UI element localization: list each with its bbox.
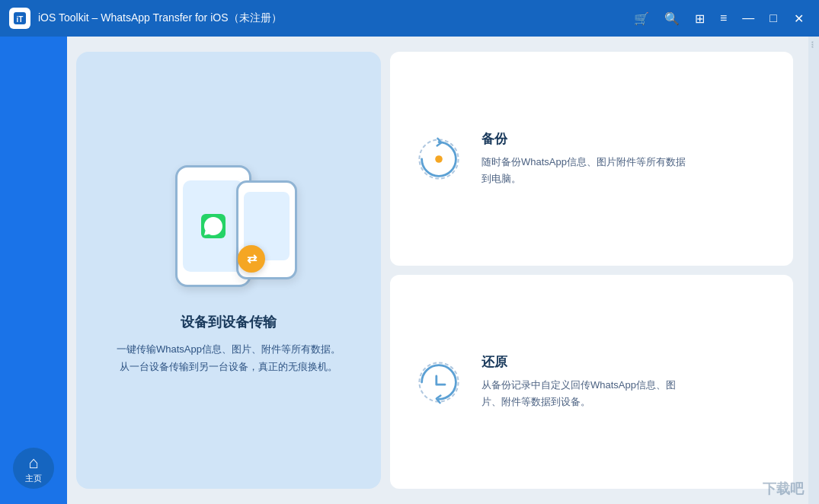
backup-icon-wrap (411, 132, 466, 187)
window-controls: 🛒 🔍 ⊞ ≡ — □ ✕ (629, 8, 810, 29)
home-icon: ⌂ (28, 453, 38, 473)
sidebar-item-home[interactable]: ⌂ 主页 (13, 448, 54, 489)
transfer-title: 设备到设备传输 (181, 313, 277, 331)
restore-text: 还原 从备份记录中自定义回传WhatsApp信息、图片、附件等数据到设备。 (481, 353, 772, 410)
screen-button[interactable]: ⊞ (690, 8, 709, 29)
right-panels: 备份 随时备份WhatsApp信息、图片附件等所有数据到电脑。 (390, 52, 793, 489)
backup-panel[interactable]: 备份 随时备份WhatsApp信息、图片附件等所有数据到电脑。 (390, 52, 793, 266)
sidebar-home-label: 主页 (25, 473, 42, 484)
backup-desc: 随时备份WhatsApp信息、图片附件等所有数据到电脑。 (481, 154, 772, 187)
titlebar: iT iOS Toolkit – WhatsApp Transfer for i… (0, 0, 819, 37)
backup-title: 备份 (481, 130, 772, 148)
transfer-arrow-icon: ⇄ (238, 245, 265, 273)
svg-point-4 (435, 155, 443, 163)
svg-text:iT: iT (17, 15, 24, 24)
search-button[interactable]: 🔍 (660, 8, 684, 29)
phone-screen (183, 180, 244, 272)
restore-desc: 从备份记录中自定义回传WhatsApp信息、图片、附件等数据到设备。 (481, 377, 772, 410)
app-logo: iT (9, 8, 30, 29)
content-area: ⇄ 设备到设备传输 一键传输WhatsApp信息、图片、附件等所有数据。从一台设… (67, 37, 808, 504)
sidebar: ⌂ 主页 (0, 37, 67, 504)
backup-text: 备份 随时备份WhatsApp信息、图片附件等所有数据到电脑。 (481, 130, 772, 187)
app-title: iOS Toolkit – WhatsApp Transfer for iOS（… (38, 11, 622, 25)
main-area: ⌂ 主页 ⇄ (0, 37, 819, 504)
device-transfer-panel[interactable]: ⇄ 设备到设备传输 一键传输WhatsApp信息、图片、附件等所有数据。从一台设… (76, 52, 381, 489)
restore-button[interactable]: □ (765, 8, 782, 28)
transfer-description: 一键传输WhatsApp信息、图片、附件等所有数据。从一台设备传输到另一台设备，… (117, 340, 341, 376)
minimize-button[interactable]: — (737, 8, 759, 28)
phone-illustration: ⇄ (152, 158, 305, 295)
cart-button[interactable]: 🛒 (629, 8, 654, 29)
menu-button[interactable]: ≡ (715, 8, 731, 28)
restore-icon (414, 358, 463, 407)
restore-title: 还原 (481, 353, 772, 371)
restore-panel[interactable]: 还原 从备份记录中自定义回传WhatsApp信息、图片、附件等数据到设备。 (390, 275, 793, 489)
restore-icon-wrap (411, 355, 466, 410)
backup-icon (414, 135, 463, 183)
close-button[interactable]: ✕ (788, 8, 810, 29)
watermark: 下载吧 (763, 480, 804, 498)
side-scroll: *** (808, 37, 819, 504)
